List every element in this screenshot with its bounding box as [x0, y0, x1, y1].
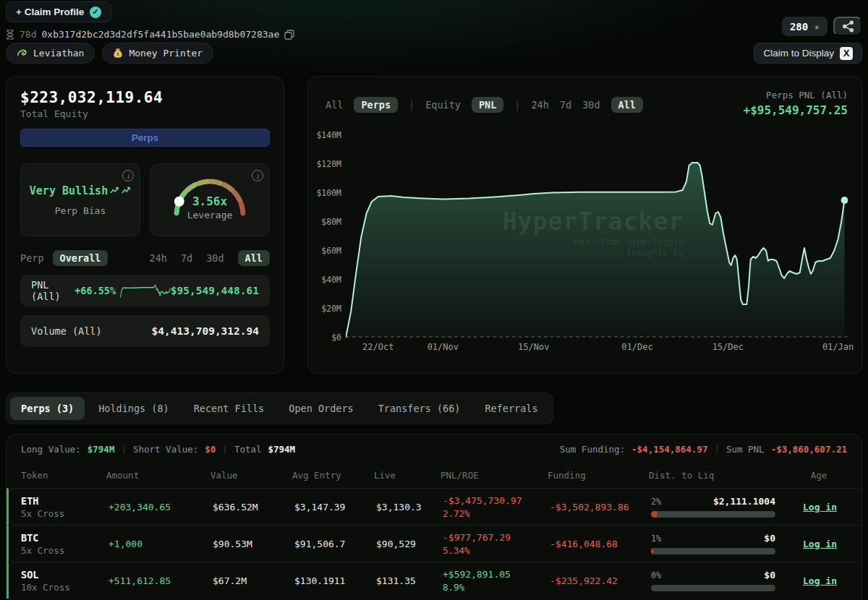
- chart-up-icon: [122, 187, 131, 194]
- scope-tab-perps[interactable]: Perps: [354, 97, 398, 113]
- liq-progress-bar: [651, 511, 775, 518]
- metric-tab-pnl[interactable]: PNL: [472, 97, 503, 113]
- total-equity-label: Total Equity: [20, 108, 270, 119]
- pnl-sparkline: [120, 282, 171, 299]
- col-avg-entry: Avg Entry: [292, 470, 374, 481]
- volume-value: $4,413,709,312.94: [152, 325, 259, 337]
- copy-icon[interactable]: [284, 30, 294, 40]
- y-axis-tick: $100M: [316, 188, 341, 198]
- badge-money-printer[interactable]: $ Money Printer: [102, 43, 213, 64]
- token-symbol: ETH: [21, 495, 109, 507]
- tab-holdings[interactable]: Holdings (8): [88, 397, 180, 420]
- leverage-value: 3.56x: [150, 194, 269, 208]
- pnl: -$3,475,730.97: [443, 495, 550, 506]
- volume-stat-row: Volume (All) $4,413,709,312.94: [20, 315, 270, 347]
- log-in-link[interactable]: Log in: [803, 575, 837, 586]
- badge-leviathan[interactable]: Leviathan: [6, 43, 95, 64]
- perps-filter-button[interactable]: Perps: [20, 129, 270, 147]
- score-value: 280: [790, 21, 808, 33]
- claim-to-display-button[interactable]: Claim to Display X: [754, 43, 862, 64]
- value: $67.2M: [213, 575, 294, 586]
- table-row[interactable]: BTC 5x Cross +1,000 $90.53M $91,506.7 $9…: [7, 525, 861, 562]
- claim-profile-button[interactable]: + Claim Profile ✓: [6, 1, 111, 22]
- x-axis-tick: 15/Dec: [712, 342, 744, 352]
- positions-table-panel: Long Value: $794M | Short Value: $0 | To…: [6, 434, 862, 600]
- tab-recent-fills[interactable]: Recent Fills: [183, 397, 276, 420]
- selector-perp[interactable]: Perp: [20, 252, 44, 264]
- value: $636.52M: [213, 502, 294, 513]
- pnl-label: PNL (All): [31, 279, 69, 302]
- divider: |: [409, 99, 414, 111]
- chart-up-icon: [110, 187, 119, 194]
- total-value: $794M: [268, 444, 296, 455]
- verified-badge-icon: ✓: [90, 7, 101, 18]
- share-button[interactable]: [833, 17, 862, 36]
- range-tab-7d[interactable]: 7d: [560, 99, 571, 111]
- positions-summary: Long Value: $794M | Short Value: $0 | To…: [7, 434, 861, 461]
- table-row[interactable]: ETH 5x Cross +203,340.65 $636.52M $3,147…: [7, 488, 861, 525]
- liq-price: $0: [764, 533, 775, 544]
- live-price: $3,130.3: [376, 502, 443, 513]
- range-all[interactable]: All: [238, 250, 270, 266]
- pnl: -$977,767.29: [443, 532, 550, 543]
- sum-funding-label: Sum Funding:: [560, 444, 625, 455]
- badge-label: Money Printer: [129, 48, 203, 59]
- tab-perps[interactable]: Perps (3): [10, 397, 85, 420]
- scope-tab-all[interactable]: All: [326, 99, 343, 111]
- live-price: $131.35: [376, 575, 443, 586]
- x-axis-tick: 01/Dec: [621, 342, 652, 352]
- claim-to-display-label: Claim to Display: [763, 48, 834, 59]
- y-axis-tick: $60M: [321, 246, 341, 256]
- y-axis-tick: $80M: [321, 217, 341, 227]
- total-label: Total: [234, 444, 262, 455]
- col-dist-to-liq: Dist. to Liq: [649, 470, 786, 481]
- chart-controls: All Perps | Equity PNL | 24h 7d 30d All: [326, 97, 643, 113]
- info-icon[interactable]: i: [122, 170, 134, 181]
- avg-entry: $130.1911: [294, 575, 376, 586]
- score-badge[interactable]: 280 ★: [782, 17, 827, 36]
- selector-overall[interactable]: Overall: [53, 250, 109, 266]
- table-row[interactable]: SOL 10x Cross +511,612.85 $67.2M $130.19…: [7, 562, 861, 599]
- y-axis-tick: $40M: [321, 275, 341, 285]
- pnl-value: $95,549,448.61: [171, 285, 259, 296]
- pnl-chart[interactable]: $140M$120M$100M$80M$60M$40M$20M$0 HyperT…: [346, 134, 848, 338]
- y-axis: $140M$120M$100M$80M$60M$40M$20M$0: [314, 134, 341, 338]
- funding: -$3,502,893.86: [550, 502, 651, 513]
- range-24h[interactable]: 24h: [150, 252, 167, 264]
- tab-transfers[interactable]: Transfers (66): [367, 397, 472, 420]
- range-tab-30d[interactable]: 30d: [582, 99, 600, 111]
- col-funding: Funding: [548, 470, 649, 481]
- sum-funding-value: -$4,154,864.97: [631, 444, 707, 455]
- tab-open-orders[interactable]: Open Orders: [278, 397, 364, 420]
- col-pnl-roe: PNL/ROE: [441, 470, 548, 481]
- perp-bias-label: Perp Bias: [55, 205, 106, 216]
- range-tab-24h[interactable]: 24h: [531, 99, 548, 111]
- pnl-percent: +66.55%: [75, 285, 116, 296]
- roe: 5.34%: [443, 545, 550, 556]
- range-tab-all[interactable]: All: [611, 97, 643, 113]
- funding: -$235,922.42: [550, 575, 651, 586]
- leviathan-icon: [17, 48, 27, 59]
- token-leverage: 5x Cross: [21, 545, 109, 556]
- leverage-gauge-card: i 3.56x Leverage: [150, 163, 270, 236]
- stats-selector: Perp Overall 24h 7d 30d All: [20, 250, 270, 266]
- profile-badges: Leviathan $ Money Printer: [6, 43, 213, 64]
- range-7d[interactable]: 7d: [181, 252, 192, 264]
- log-in-link[interactable]: Log in: [803, 502, 837, 513]
- y-axis-tick: $0: [331, 333, 341, 343]
- metric-tab-equity[interactable]: Equity: [425, 99, 461, 111]
- log-in-link[interactable]: Log in: [803, 539, 837, 549]
- x-twitter-icon: X: [840, 47, 853, 60]
- pnl-stat-row: PNL (All) +66.55% $95,549,448.61: [20, 275, 270, 307]
- wallet-address[interactable]: 0xb317d2bc2d3d2df5fa441b5bae0ab9d8b07283…: [41, 29, 279, 40]
- section-tabs: Perps (3) Holdings (8) Recent Fills Open…: [6, 393, 553, 424]
- pnl: +$592,891.05: [443, 569, 550, 580]
- range-30d[interactable]: 30d: [206, 252, 224, 264]
- short-value: $0: [205, 444, 216, 455]
- col-value: Value: [210, 470, 292, 481]
- address-age: 78d: [20, 29, 36, 40]
- token-symbol: BTC: [21, 532, 109, 544]
- tab-referrals[interactable]: Referrals: [474, 397, 548, 420]
- liq-progress-bar: [651, 585, 775, 591]
- x-axis-tick: 01/Nov: [427, 342, 459, 352]
